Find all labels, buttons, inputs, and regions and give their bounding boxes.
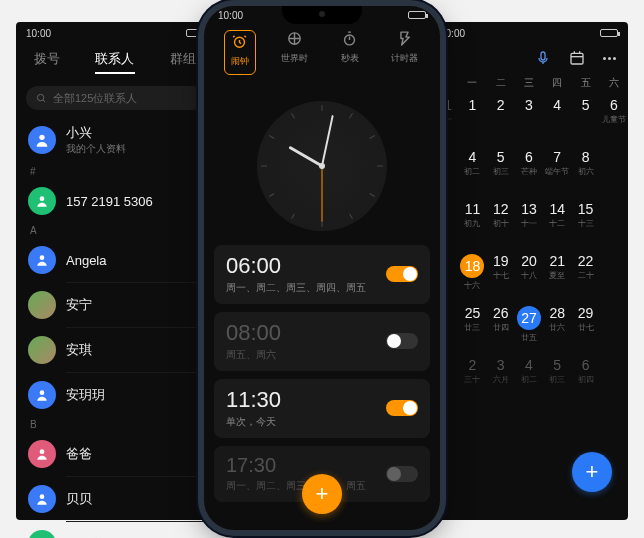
contact-row[interactable]: 安宁 bbox=[16, 283, 214, 327]
tab-timer[interactable]: 计时器 bbox=[379, 30, 430, 75]
add-alarm-button[interactable]: + bbox=[302, 474, 342, 514]
day-number: 25 bbox=[458, 306, 486, 320]
calendar-day[interactable]: 6初四 bbox=[571, 358, 599, 402]
alarm-toggle[interactable] bbox=[386, 333, 418, 349]
svg-rect-10 bbox=[571, 53, 583, 64]
calendar-day[interactable]: 3六月 bbox=[487, 358, 515, 402]
voice-icon[interactable] bbox=[535, 50, 551, 66]
calendar-day[interactable]: 4 bbox=[543, 98, 571, 142]
alarm-toggle[interactable] bbox=[386, 266, 418, 282]
calendar-day[interactable]: 3 bbox=[515, 98, 543, 142]
svg-point-2 bbox=[39, 135, 44, 140]
day-number: 12 bbox=[487, 202, 515, 216]
alarm-row[interactable]: 11:30单次，今天 bbox=[214, 379, 430, 438]
calendar-day[interactable]: 1 bbox=[458, 98, 486, 142]
avatar bbox=[28, 381, 56, 409]
minute-hand bbox=[321, 115, 334, 166]
day-sub: 廿五 bbox=[515, 332, 543, 343]
alarm-time: 17:30 bbox=[226, 454, 366, 477]
second-hand bbox=[322, 166, 323, 222]
calendar-day[interactable]: 6芒种 bbox=[515, 150, 543, 194]
battery-icon bbox=[186, 29, 204, 37]
calendar-day[interactable]: 7端午节 bbox=[543, 150, 571, 194]
profile-me[interactable]: 小兴 我的个人资料 bbox=[16, 116, 214, 164]
calendar-day[interactable]: 28廿六 bbox=[543, 306, 571, 350]
day-number: 2 bbox=[487, 98, 515, 112]
tab-alarm[interactable]: 闹钟 bbox=[214, 30, 265, 75]
contact-name: 小兴 bbox=[66, 124, 126, 142]
calendar-day[interactable]: 12初十 bbox=[487, 202, 515, 246]
calendar-day[interactable]: 14十二 bbox=[543, 202, 571, 246]
calendar-day bbox=[600, 202, 628, 246]
day-number: 4 bbox=[458, 150, 486, 164]
day-sub: 三十 bbox=[458, 374, 486, 385]
contact-row[interactable]: 安琪 bbox=[16, 328, 214, 372]
day-number: 19 bbox=[487, 254, 515, 268]
calendar-day[interactable]: 20十八 bbox=[515, 254, 543, 298]
weekday-label: 四 bbox=[543, 76, 571, 90]
contact-name: 贝贝 bbox=[66, 490, 92, 508]
avatar bbox=[28, 246, 56, 274]
calendar-day[interactable]: 15十三 bbox=[571, 202, 599, 246]
day-number: 5 bbox=[487, 150, 515, 164]
calendar-day[interactable]: 5 bbox=[571, 98, 599, 142]
alarm-toggle[interactable] bbox=[386, 400, 418, 416]
calendar-day[interactable]: 21夏至 bbox=[543, 254, 571, 298]
calendar-day[interactable]: 5初三 bbox=[543, 358, 571, 402]
day-number: 27 bbox=[517, 306, 541, 330]
tab-contacts[interactable]: 联系人 bbox=[95, 50, 134, 68]
calendar-day bbox=[600, 254, 628, 298]
calendar-day[interactable]: 4初二 bbox=[458, 150, 486, 194]
calendar-day[interactable]: 8初六 bbox=[571, 150, 599, 194]
tab-dialer[interactable]: 拨号 bbox=[34, 50, 60, 68]
contact-row[interactable]: 安玥玥 bbox=[16, 373, 214, 417]
tab-label: 世界时 bbox=[281, 52, 308, 65]
alarm-days: 周一、周二、周三、周四、周五 bbox=[226, 479, 366, 493]
day-sub: 十六 bbox=[458, 280, 486, 291]
calendar-day[interactable]: 2 bbox=[487, 98, 515, 142]
search-input[interactable]: 全部125位联系人 bbox=[26, 86, 204, 110]
contact-row[interactable]: 贝贝美 bbox=[16, 522, 214, 538]
day-sub: 初六 bbox=[571, 166, 599, 177]
alarm-toggle[interactable] bbox=[386, 466, 418, 482]
hour-hand bbox=[288, 146, 322, 168]
tab-groups[interactable]: 群组 bbox=[170, 50, 196, 68]
calendar-day[interactable]: 6儿童节 bbox=[600, 98, 628, 142]
contact-name: 157 2191 5306 bbox=[66, 194, 153, 209]
add-event-button[interactable]: + bbox=[572, 452, 612, 492]
calendar-day[interactable]: 25廿三 bbox=[458, 306, 486, 350]
svg-rect-9 bbox=[541, 52, 545, 60]
calendar-day[interactable]: 4初二 bbox=[515, 358, 543, 402]
calendar-day[interactable]: 13十一 bbox=[515, 202, 543, 246]
day-sub: 初四 bbox=[571, 374, 599, 385]
day-sub: 初二 bbox=[515, 374, 543, 385]
battery-icon bbox=[600, 29, 618, 37]
day-sub: 廿三 bbox=[458, 322, 486, 333]
calendar-day[interactable]: 2三十 bbox=[458, 358, 486, 402]
contact-row[interactable]: 贝贝 bbox=[16, 477, 214, 521]
tab-stopwatch[interactable]: 秒表 bbox=[324, 30, 375, 75]
calendar-day[interactable]: 29廿七 bbox=[571, 306, 599, 350]
calendar-day[interactable]: 26廿四 bbox=[487, 306, 515, 350]
avatar bbox=[28, 336, 56, 364]
calendar-day[interactable]: 5初三 bbox=[487, 150, 515, 194]
tab-world[interactable]: 世界时 bbox=[269, 30, 320, 75]
alarm-row[interactable]: 06:00周一、周二、周三、周四、周五 bbox=[214, 245, 430, 304]
alarm-row[interactable]: 08:00周五、周六 bbox=[214, 312, 430, 371]
day-number: 8 bbox=[571, 150, 599, 164]
contact-row[interactable]: Angela bbox=[16, 238, 214, 282]
today-icon[interactable] bbox=[569, 50, 585, 66]
calendar-day[interactable]: 19十七 bbox=[487, 254, 515, 298]
search-placeholder: 全部125位联系人 bbox=[53, 91, 137, 106]
day-sub: 廿四 bbox=[487, 322, 515, 333]
weekday-header: 日一二三四五六 bbox=[430, 68, 628, 94]
contact-row[interactable]: 爸爸 bbox=[16, 432, 214, 476]
calendar-day[interactable]: 22二十 bbox=[571, 254, 599, 298]
status-time: 10:00 bbox=[440, 28, 465, 39]
calendar-day[interactable]: 18十六 bbox=[458, 254, 486, 298]
day-sub: 廿七 bbox=[571, 322, 599, 333]
calendar-day[interactable]: 27廿五 bbox=[515, 306, 543, 350]
more-icon[interactable] bbox=[603, 57, 616, 60]
calendar-day[interactable]: 11初九 bbox=[458, 202, 486, 246]
contact-row[interactable]: 157 2191 5306 bbox=[16, 179, 214, 223]
